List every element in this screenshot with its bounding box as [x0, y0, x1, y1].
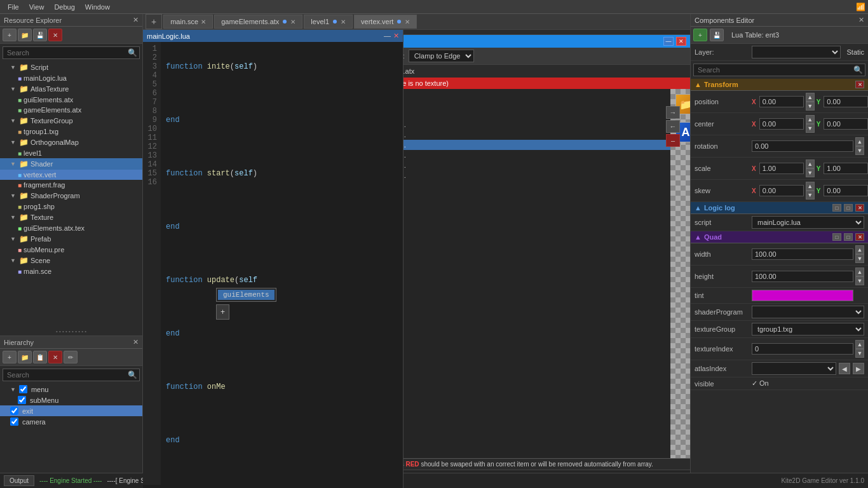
skew-x-down[interactable]: ▼ [806, 191, 815, 200]
hier-item-submenu[interactable]: subMenu [0, 395, 142, 405]
skew-x-input[interactable] [759, 185, 804, 196]
tree-item-main-sce[interactable]: ■ main.sce [0, 266, 142, 276]
logiclog-icon-red[interactable]: ✕ [855, 204, 864, 212]
hier-item-camera[interactable]: camera [0, 416, 142, 427]
tab-close-icon[interactable]: ✕ [405, 18, 410, 25]
tree-item-prog1[interactable]: ■ prog1.shp [0, 201, 142, 212]
atlas-nav-left[interactable]: ◀ [839, 363, 850, 374]
tab-add-btn[interactable]: + [146, 14, 162, 29]
skew-y-input[interactable] [824, 185, 868, 196]
tree-item-shader[interactable]: ▼ 📁 Shader [0, 158, 142, 170]
resource-search-input[interactable] [3, 46, 140, 59]
layer-select[interactable] [752, 46, 841, 58]
hier-item-exit[interactable]: exit [0, 405, 142, 416]
pos-x-down[interactable]: ▼ [806, 102, 815, 111]
texturegroup-select[interactable]: tgroup1.txg [752, 323, 864, 336]
nav-delete-btn[interactable]: – [666, 134, 680, 147]
tab-vertex-vert[interactable]: vertex.vert ✕ [354, 15, 417, 29]
tree-item-vertex-vert[interactable]: ■ vertex.vert [0, 170, 142, 180]
tree-item-script[interactable]: ▼ 📁 Script [0, 62, 142, 73]
rot-up[interactable]: ▲ [855, 137, 864, 146]
atlasindex-select[interactable] [752, 362, 836, 375]
center-x-up[interactable]: ▲ [806, 115, 815, 124]
skew-x-up[interactable]: ▲ [806, 182, 815, 191]
res-save-btn[interactable]: 💾 [33, 29, 47, 41]
tree-item-scene[interactable]: ▼ 📁 Scene [0, 255, 142, 266]
width-down[interactable]: ▼ [855, 254, 864, 263]
tab-level1[interactable]: level1 ✕ [304, 15, 353, 29]
hier-checkbox-submenu[interactable] [18, 396, 26, 404]
hier-delete-btn[interactable]: ✕ [48, 351, 62, 363]
menubar-debug[interactable]: Debug [49, 2, 79, 12]
height-up[interactable]: ▲ [855, 268, 864, 276]
tab-close-icon[interactable]: ✕ [341, 18, 346, 25]
tree-item-texturegroup[interactable]: ▼ 📁 TextureGroup [0, 115, 142, 126]
code-close-icon[interactable]: ✕ [393, 32, 399, 40]
hier-copy-btn[interactable]: 📋 [33, 351, 47, 363]
transform-section-header[interactable]: ▲ Transform ✕ [691, 79, 868, 91]
texture-close-btn[interactable]: ✕ [676, 37, 686, 46]
tree-item-submenu-pre[interactable]: ■ subMenu.pre [0, 245, 142, 255]
position-y-input[interactable] [824, 96, 868, 107]
texture-minimize-btn[interactable]: — [663, 37, 674, 46]
pos-x-up[interactable]: ▲ [806, 93, 815, 102]
script-select[interactable]: mainLogic.lua [752, 216, 864, 229]
hier-checkbox-exit[interactable] [10, 407, 18, 415]
scale-x-up[interactable]: ▲ [806, 159, 815, 168]
tree-item-atlastexture[interactable]: ▼ 📁 AtlasTexture [0, 83, 142, 95]
center-x-input[interactable] [759, 118, 804, 130]
tab-close-icon[interactable]: ✕ [290, 18, 295, 25]
hierarchy-close[interactable]: ✕ [133, 338, 139, 346]
tree-item-gameelements-atx[interactable]: ■ gameElements.atx [0, 105, 142, 115]
quad-icon-2[interactable]: □ [844, 233, 853, 241]
hier-item-menu[interactable]: ▼ menu [0, 384, 142, 395]
section-icon-1[interactable]: ✕ [855, 81, 864, 88]
center-x-down[interactable]: ▼ [806, 124, 815, 133]
tree-item-mainlogic[interactable]: ■ mainLogic.lua [0, 73, 142, 83]
hier-add-btn[interactable]: + [3, 351, 17, 363]
width-input[interactable] [752, 248, 853, 260]
tree-item-tgroup1[interactable]: ■ tgroup1.txg [0, 126, 142, 137]
height-input[interactable] [752, 271, 853, 282]
logiclog-icon-2[interactable]: □ [844, 204, 853, 212]
autocomplete-item[interactable]: guiElements [218, 290, 275, 300]
tree-item-texture[interactable]: ▼ 📁 Texture [0, 212, 142, 223]
shader-select[interactable] [752, 306, 864, 318]
comp-add-btn[interactable]: + [693, 29, 707, 41]
res-folder-btn[interactable]: 📁 [18, 29, 32, 41]
width-up[interactable]: ▲ [855, 245, 864, 254]
texidx-up[interactable]: ▲ [855, 340, 864, 349]
tint-preview[interactable] [752, 290, 853, 301]
scale-y-input[interactable] [824, 163, 868, 174]
comp-editor-close[interactable]: ✕ [858, 16, 864, 24]
scale-x-down[interactable]: ▼ [806, 168, 815, 177]
scale-x-input[interactable] [759, 163, 804, 174]
menubar-view[interactable]: View [24, 2, 50, 12]
rot-down[interactable]: ▼ [855, 146, 864, 155]
tab-close-icon[interactable]: ✕ [201, 18, 206, 25]
code-add-btn[interactable]: + [216, 304, 229, 320]
menubar-file[interactable]: File [3, 2, 24, 12]
resource-explorer-close[interactable]: ✕ [133, 16, 139, 24]
tree-item-shaderprogram[interactable]: ▼ 📁 ShaderProgram [0, 190, 142, 201]
quad-icon-red[interactable]: ✕ [855, 233, 864, 241]
atlas-nav-right[interactable]: ▶ [853, 363, 864, 374]
tree-item-guielements-atx[interactable]: ■ guiElements.atx [0, 95, 142, 105]
tree-item-fragment-frag[interactable]: ■ fragment.frag [0, 180, 142, 190]
tree-item-orthmap[interactable]: ▼ 📁 OrthogonalMap [0, 137, 142, 148]
hier-edit-btn[interactable]: ✏ [64, 351, 78, 363]
hier-folder-btn[interactable]: 📁 [18, 351, 32, 363]
quad-section-header[interactable]: ▲ Quad □ □ ✕ [691, 231, 868, 243]
comp-search-input[interactable] [693, 64, 865, 76]
tab-main-sce[interactable]: main.sce ✕ [163, 15, 213, 29]
wrap-select[interactable]: Clamp to Edge [409, 50, 474, 62]
hier-checkbox-menu[interactable] [19, 385, 27, 393]
code-minimize-icon[interactable]: — [384, 32, 391, 40]
texidx-down[interactable]: ▼ [855, 349, 864, 358]
nav-right-btn[interactable]: → [666, 106, 680, 119]
res-add-btn[interactable]: + [3, 29, 17, 41]
quad-icon-1[interactable]: □ [832, 233, 841, 241]
res-delete-btn[interactable]: ✕ [48, 29, 62, 41]
tree-item-level1[interactable]: ■ level1 [0, 148, 142, 158]
height-down[interactable]: ▼ [855, 276, 864, 285]
